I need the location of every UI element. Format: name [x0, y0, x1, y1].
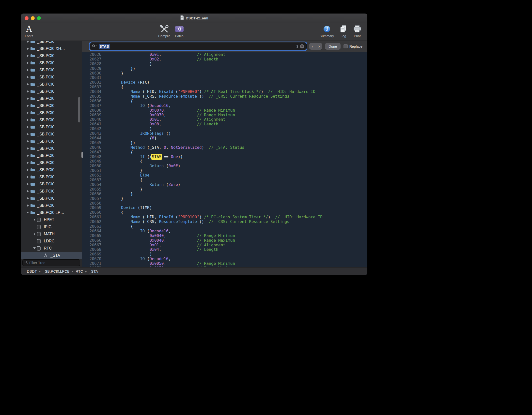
disclosure-triangle[interactable]	[32, 233, 36, 235]
search-input[interactable]: STAS 3 ✕	[90, 43, 306, 50]
titlebar[interactable]: DSDT-21.aml	[21, 14, 367, 23]
tree-item-sb-pci0[interactable]: _SB.PCI0	[21, 138, 82, 145]
disclosure-triangle[interactable]	[26, 126, 30, 128]
disclosure-triangle[interactable]	[26, 183, 30, 185]
disclosure-triangle[interactable]	[26, 190, 30, 193]
tree-item-sb-pci0[interactable]: _SB.PCI0	[21, 145, 82, 152]
code-line-20669: 20669 )	[82, 252, 367, 257]
summary-button[interactable]: i Summary	[320, 24, 334, 38]
tree-item-sb-pci0[interactable]: _SB.PCI0	[21, 202, 82, 209]
disclosure-triangle[interactable]	[26, 197, 30, 200]
tree-item-sb-pci0[interactable]: _SB.PCI0	[21, 102, 82, 109]
code-line-20642: 20642 )	[82, 127, 367, 131]
tree-item-sb-pci0[interactable]: _SB.PCI0	[21, 41, 82, 45]
breadcrumb-item-sb-pci0-lpcb[interactable]: _SB.PCI0.LPCB	[43, 269, 70, 273]
disclosure-triangle[interactable]	[26, 140, 30, 143]
tree-item-sb-pci0[interactable]: _SB.PCI0	[21, 59, 82, 66]
disclosure-triangle[interactable]	[26, 97, 30, 100]
search-options-icon[interactable]	[92, 44, 97, 49]
code-line-20650: 20650 Return (0x0F)	[82, 164, 367, 168]
disclosure-triangle[interactable]	[32, 247, 36, 249]
disclosure-triangle[interactable]	[26, 47, 30, 50]
tree-item-hpet[interactable]: HPET	[21, 216, 82, 223]
splitter-handle[interactable]	[81, 152, 83, 158]
tree-item-sb-pci0[interactable]: _SB.PCI0	[21, 159, 82, 166]
tree-item-sb-pci0[interactable]: _SB.PCI0	[21, 74, 82, 81]
sidebar-scrollbar[interactable]	[78, 97, 80, 122]
minimize-button[interactable]	[31, 16, 35, 20]
disclosure-triangle[interactable]	[26, 55, 30, 57]
tree-item-sb-pci0[interactable]: _SB.PCI0	[21, 81, 82, 88]
pane-divider[interactable]	[82, 41, 82, 267]
code-token: 0x04	[150, 247, 159, 252]
breadcrumb-item-rtc[interactable]: RTC	[76, 269, 83, 273]
disclosure-triangle[interactable]	[32, 219, 36, 221]
tree-item-math[interactable]: MATH	[21, 230, 82, 237]
tree-item-sb-pci0[interactable]: _SB.PCI0	[21, 109, 82, 116]
filter-tree-field[interactable]	[22, 259, 80, 266]
disclosure-triangle[interactable]	[26, 204, 30, 207]
breadcrumb-item-dsdt[interactable]: DSDT	[27, 269, 37, 273]
code-token: "PNP0B00"	[178, 89, 199, 94]
code-token: // Alignment	[197, 52, 225, 57]
log-button[interactable]: Log	[339, 24, 347, 38]
tree-item-sb-pci0[interactable]: _SB.PCI0	[21, 166, 82, 173]
done-button[interactable]: Done	[325, 43, 341, 50]
code-line-20647: 20647 {	[82, 150, 367, 155]
tree-item-sb-pci0[interactable]: _SB.PCI0	[21, 88, 82, 95]
tree-item-sb-pci0[interactable]: _SB.PCI0	[21, 95, 82, 102]
tree-item-ipic[interactable]: IPIC	[21, 223, 82, 230]
disclosure-triangle[interactable]	[26, 41, 30, 43]
tree-item-rtc[interactable]: RTC	[21, 245, 82, 252]
disclosure-triangle[interactable]	[26, 162, 30, 164]
tree-item-sb-pci0-xh[interactable]: _SB.PCI0.XH…	[21, 45, 82, 52]
fonts-button[interactable]: A Fonts	[25, 24, 33, 38]
next-match-button[interactable]: ›	[316, 43, 322, 50]
tree-item-sb-pci0[interactable]: _SB.PCI0	[21, 123, 82, 131]
zoom-button[interactable]	[37, 16, 41, 20]
patch-button[interactable]: Patch	[175, 24, 184, 38]
tree-item-sb-pci0[interactable]: _SB.PCI0	[21, 180, 82, 188]
disclosure-triangle[interactable]	[26, 212, 30, 213]
clear-search-button[interactable]: ✕	[300, 44, 304, 48]
code-token: )	[102, 126, 152, 131]
code-token	[102, 89, 131, 94]
tree-item-sb-pci0[interactable]: _SB.PCI0	[21, 195, 82, 202]
tree-item-sb-pci0[interactable]: _SB.PCI0	[21, 188, 82, 195]
previous-match-button[interactable]: ‹	[309, 43, 316, 50]
tree-item-sb-pci0[interactable]: _SB.PCI0	[21, 131, 82, 138]
breadcrumb-item-sta[interactable]: _STA	[89, 269, 98, 273]
compile-button[interactable]: Compile	[158, 24, 171, 38]
replace-checkbox[interactable]	[344, 44, 348, 48]
tree-item-sb-pci0[interactable]: _SB.PCI0	[21, 66, 82, 74]
disclosure-triangle[interactable]	[26, 133, 30, 135]
disclosure-triangle[interactable]	[26, 147, 30, 150]
close-button[interactable]	[25, 16, 29, 20]
filter-tree-input[interactable]	[29, 261, 78, 265]
print-button[interactable]: Print	[353, 24, 362, 38]
disclosure-triangle[interactable]	[26, 90, 30, 93]
disclosure-triangle[interactable]	[26, 119, 30, 121]
disclosure-triangle[interactable]	[26, 62, 30, 64]
code-editor[interactable]: 20626 0x01, // Alignment20627 0x02, // L…	[82, 52, 367, 267]
tree-item-sb-pci0[interactable]: _SB.PCI0	[21, 173, 82, 180]
tree-item-sb-pci0[interactable]: _SB.PCI0	[21, 152, 82, 159]
disclosure-triangle[interactable]	[26, 69, 30, 71]
disclosure-triangle[interactable]	[26, 169, 30, 171]
code-line-20638: 20638 0x0070, // Range Minimum	[82, 108, 367, 113]
code-token: 0x01	[150, 117, 159, 122]
tree-item-label: _SB.PCI0	[37, 82, 54, 87]
disclosure-triangle[interactable]	[26, 112, 30, 114]
summary-icon: i	[323, 24, 330, 34]
toolbar-right-group: i Summary Log Print	[320, 24, 362, 38]
disclosure-triangle[interactable]	[26, 154, 30, 157]
disclosure-triangle[interactable]	[26, 83, 30, 86]
tree-item-ldrc[interactable]: LDRC	[21, 237, 82, 245]
disclosure-triangle[interactable]	[26, 76, 30, 78]
disclosure-triangle[interactable]	[26, 104, 30, 107]
tree-item-sb-pci0[interactable]: _SB.PCI0	[21, 52, 82, 59]
disclosure-triangle[interactable]	[26, 176, 30, 178]
tree-item-sb-pci0-lp[interactable]: _SB.PCI0.LP…	[21, 209, 82, 216]
tree-item-sb-pci0[interactable]: _SB.PCI0	[21, 116, 82, 123]
tree-item-sta[interactable]: _STA	[21, 252, 82, 259]
